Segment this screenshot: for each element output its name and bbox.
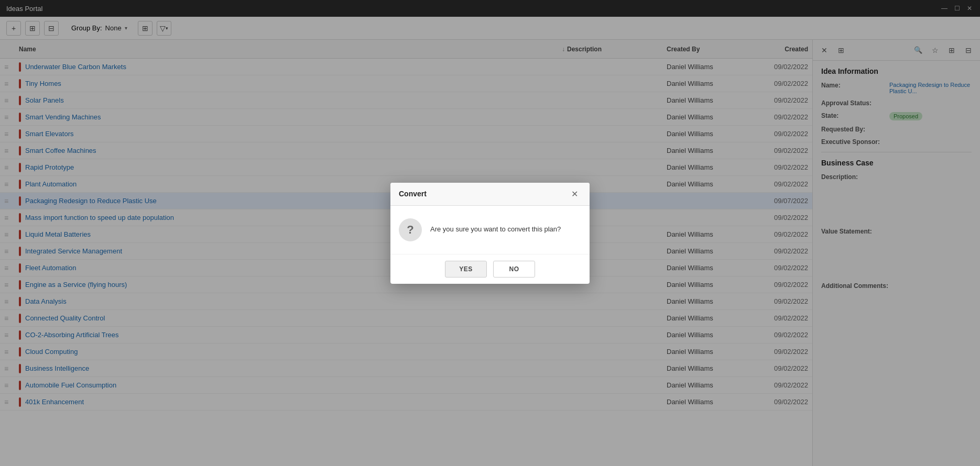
modal-close-button[interactable]: ✕: [568, 188, 581, 200]
modal-title: Convert: [399, 190, 427, 198]
modal-footer: YES NO: [390, 254, 590, 284]
convert-modal: Convert ✕ ? Are you sure you want to con…: [390, 183, 590, 284]
question-icon: ?: [399, 218, 422, 241]
modal-body: ? Are you sure you want to convert this …: [390, 206, 590, 254]
yes-button[interactable]: YES: [445, 261, 487, 278]
modal-message: Are you sure you want to convert this pl…: [430, 225, 561, 234]
modal-header: Convert ✕: [390, 183, 590, 206]
modal-overlay: Convert ✕ ? Are you sure you want to con…: [0, 0, 980, 466]
app-container: Ideas Portal — ☐ ✕ + ⊞ ⊟ Group By: None …: [0, 0, 980, 466]
no-button[interactable]: NO: [493, 261, 535, 278]
